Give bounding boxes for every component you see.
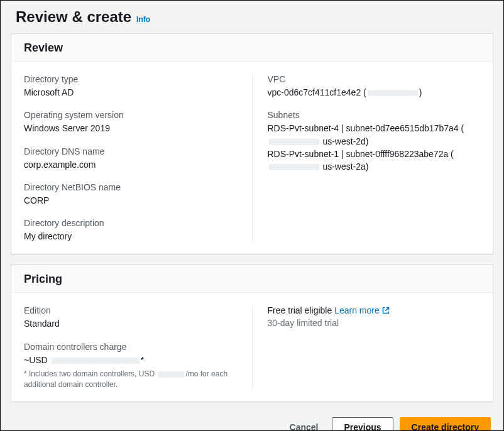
- value-subnets: RDS-Pvt-subnet-4 | subnet-0d7ee6515db17b…: [268, 122, 481, 173]
- field-netbios: Directory NetBIOS name CORP: [24, 182, 237, 207]
- page-title-row: Review & create Info: [11, 6, 493, 33]
- cancel-button[interactable]: Cancel: [282, 417, 326, 431]
- label-subnets: Subnets: [268, 110, 481, 120]
- label-vpc: VPC: [268, 74, 481, 84]
- pricing-panel-header: Pricing: [11, 265, 493, 293]
- subnet-az: us-west-2d: [322, 136, 365, 146]
- review-panel-title: Review: [24, 41, 480, 55]
- learn-more-text: Learn more: [334, 305, 380, 315]
- subnet-id: subnet-0d7ee6515db17b7a4: [346, 123, 459, 133]
- dc-charge-prefix: ~USD: [24, 355, 50, 365]
- label-os-version: Operating system version: [24, 110, 237, 120]
- learn-more-link[interactable]: Learn more: [334, 305, 390, 315]
- subnet-row: RDS-Pvt-subnet-4 | subnet-0d7ee6515db17b…: [268, 122, 481, 148]
- value-directory-type: Microsoft AD: [24, 86, 237, 99]
- redacted-block: [52, 357, 140, 364]
- review-panel-body: Directory type Microsoft AD Operating sy…: [11, 62, 493, 254]
- value-edition: Standard: [24, 317, 237, 330]
- label-directory-type: Directory type: [24, 74, 237, 84]
- label-description: Directory description: [24, 218, 237, 228]
- trial-sub: 30-day limited trial: [268, 318, 481, 328]
- redacted-block: [269, 164, 319, 170]
- wizard-button-row: Cancel Previous Create directory: [11, 412, 493, 431]
- field-description: Directory description My directory: [24, 218, 237, 243]
- field-edition: Edition Standard: [24, 305, 237, 330]
- label-netbios: Directory NetBIOS name: [24, 182, 237, 192]
- external-link-icon: [382, 307, 390, 314]
- page-title: Review & create: [16, 8, 131, 26]
- field-trial: Free trial eligible Learn more 30-day li…: [268, 305, 481, 328]
- review-right-col: VPC vpc-0d6c7cf411cf1e4e2 () Subnets RDS…: [253, 74, 481, 243]
- info-link[interactable]: Info: [136, 15, 150, 24]
- value-dns-name: corp.example.com: [24, 158, 237, 171]
- pricing-panel-title: Pricing: [24, 273, 480, 286]
- field-os-version: Operating system version Windows Server …: [24, 110, 237, 134]
- dc-charge-suffix: *: [141, 355, 144, 365]
- value-netbios: CORP: [24, 194, 237, 207]
- field-vpc: VPC vpc-0d6c7cf411cf1e4e2 (): [268, 74, 481, 99]
- pricing-left-col: Edition Standard Domain controllers char…: [24, 305, 253, 390]
- review-panel-header: Review: [11, 34, 493, 62]
- footnote-pre: * Includes two domain controllers, USD: [24, 369, 156, 378]
- field-dns-name: Directory DNS name corp.example.com: [24, 146, 237, 171]
- dc-charge-footnote: * Includes two domain controllers, USD /…: [24, 369, 237, 390]
- previous-button[interactable]: Previous: [332, 417, 393, 431]
- pricing-panel-body: Edition Standard Domain controllers char…: [11, 293, 493, 401]
- create-directory-button[interactable]: Create directory: [400, 417, 491, 431]
- label-dns-name: Directory DNS name: [24, 146, 237, 156]
- value-vpc: vpc-0d6c7cf411cf1e4e2 (): [268, 86, 481, 99]
- pricing-right-col: Free trial eligible Learn more 30-day li…: [253, 305, 481, 390]
- vpc-id: vpc-0d6c7cf411cf1e4e2: [268, 87, 361, 97]
- label-dc-charge: Domain controllers charge: [24, 342, 237, 352]
- redacted-block: [158, 371, 184, 378]
- review-panel: Review Directory type Microsoft AD Opera…: [11, 33, 493, 254]
- review-left-col: Directory type Microsoft AD Operating sy…: [24, 74, 253, 243]
- subnet-name: RDS-Pvt-subnet-1: [268, 149, 339, 159]
- field-subnets: Subnets RDS-Pvt-subnet-4 | subnet-0d7ee6…: [268, 110, 481, 173]
- subnet-name: RDS-Pvt-subnet-4: [268, 123, 339, 133]
- redacted-block: [368, 90, 418, 96]
- value-dc-charge: ~USD *: [24, 354, 237, 366]
- pricing-panel: Pricing Edition Standard Domain controll…: [11, 265, 493, 401]
- trial-eligible-row: Free trial eligible Learn more: [268, 305, 481, 315]
- field-directory-type: Directory type Microsoft AD: [24, 74, 237, 99]
- value-description: My directory: [24, 230, 237, 243]
- subnet-row: RDS-Pvt-subnet-1 | subnet-0ffff968223abe…: [268, 148, 481, 173]
- field-dc-charge: Domain controllers charge ~USD * * Inclu…: [24, 342, 237, 390]
- subnet-id: subnet-0ffff968223abe72a: [346, 149, 449, 159]
- trial-label: Free trial eligible: [268, 305, 332, 315]
- value-os-version: Windows Server 2019: [24, 122, 237, 134]
- subnet-az: us-west-2a: [322, 161, 365, 172]
- redacted-block: [269, 139, 319, 145]
- label-edition: Edition: [24, 305, 237, 315]
